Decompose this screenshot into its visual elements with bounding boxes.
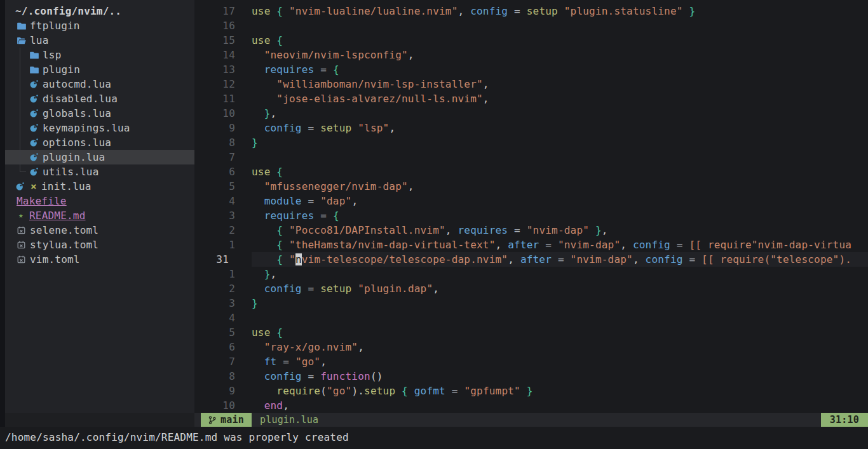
code-line-text: use { <box>252 325 868 340</box>
code-token: , <box>389 122 395 134</box>
toml-icon <box>17 255 26 264</box>
statusline-spacer <box>318 413 821 427</box>
tree-item-utils-lua[interactable]: utils.lua <box>5 164 194 179</box>
line-number: 10 <box>194 398 252 413</box>
code-token <box>289 356 295 368</box>
code-token: requires <box>458 224 508 236</box>
tree-item-disabled-lua[interactable]: disabled.lua <box>5 91 194 106</box>
code-line[interactable]: 8} <box>194 135 868 150</box>
code-line-text: "mfussenegger/nvim-dap", <box>252 179 868 194</box>
x-marker-icon: × <box>30 179 37 194</box>
code-line[interactable]: 17use { "nvim-lualine/lualine.nvim", con… <box>194 4 868 18</box>
line-number: 12 <box>194 77 252 91</box>
line-number: 17 <box>194 4 252 18</box>
tree-item-globals-lua[interactable]: globals.lua <box>5 106 194 121</box>
code-token <box>314 283 320 295</box>
tree-root-path[interactable]: ~/.config/nvim/.. <box>5 4 194 18</box>
tree-item-label: plugin.lua <box>43 150 105 164</box>
code-token <box>283 5 289 17</box>
code-line[interactable]: 10 end, <box>194 398 868 413</box>
folder-icon <box>29 51 39 59</box>
code-token <box>564 253 571 265</box>
code-line[interactable]: 10 }, <box>194 106 868 121</box>
tree-item-label: selene.toml <box>30 223 98 238</box>
code-line[interactable]: 9 require("go").setup { gofmt = "gpfumpt… <box>194 384 868 398</box>
tree-item-init-lua[interactable]: ×init.lua <box>5 179 194 194</box>
code-token: ( <box>320 385 327 397</box>
code-line[interactable]: 5use { <box>194 325 868 340</box>
code-token <box>252 268 264 280</box>
code-token: [[ require"nvim-dap-virtua <box>689 239 851 251</box>
code-line[interactable]: 3} <box>194 296 868 311</box>
code-token <box>683 5 689 17</box>
tree-statusline <box>5 413 194 427</box>
code-token <box>670 239 677 251</box>
tree-item-plugin-lua[interactable]: plugin.lua <box>5 150 194 164</box>
code-token: , <box>602 224 608 236</box>
code-line[interactable]: 31 { "nvim-telescope/telescope-dap.nvim"… <box>194 252 868 267</box>
code-line[interactable]: 16 <box>194 18 868 33</box>
tree-item-label: disabled.lua <box>43 91 118 106</box>
code-token: , <box>445 224 458 236</box>
tree-item-lsp[interactable]: lsp <box>5 48 194 62</box>
code-line[interactable]: 7 <box>194 150 868 164</box>
tree-item-autocmd-lua[interactable]: autocmd.lua <box>5 77 194 91</box>
code-line[interactable]: 12 "williamboman/nvim-lsp-installer", <box>194 77 868 91</box>
lua-icon <box>29 95 39 103</box>
code-token: () <box>370 370 383 382</box>
code-token <box>589 224 595 236</box>
lua-icon <box>29 138 39 147</box>
line-number: 4 <box>194 194 252 208</box>
code-line[interactable]: 11 "jose-elias-alvarez/null-ls.nvim", <box>194 91 868 106</box>
git-branch-badge: main <box>201 413 252 427</box>
editor-pane[interactable]: 17use { "nvim-lualine/lualine.nvim", con… <box>194 0 868 413</box>
code-line[interactable]: 1 { "theHamsta/nvim-dap-virtual-text", a… <box>194 238 868 252</box>
code-line[interactable]: 6use { <box>194 164 868 179</box>
code-line[interactable]: 8 config = function() <box>194 369 868 384</box>
lua-icon <box>29 80 39 88</box>
tree-item-keymapings-lua[interactable]: keymapings.lua <box>5 121 194 135</box>
code-token: = <box>320 210 327 222</box>
code-token <box>695 253 702 265</box>
code-line[interactable]: 2 { "Pocco81/DAPInstall.nvim", requires … <box>194 223 868 238</box>
tree-item-stylua-toml[interactable]: stylua.toml <box>5 238 194 252</box>
code-token: "gpfumpt" <box>464 385 520 397</box>
code-token <box>395 385 402 397</box>
code-line[interactable]: 1 }, <box>194 267 868 281</box>
tree-item-ftplugin[interactable]: ftplugin <box>5 18 194 33</box>
tree-item-lua[interactable]: lua <box>5 33 194 48</box>
tree-item-label: Makefile <box>17 194 67 208</box>
tree-item-plugin[interactable]: plugin <box>5 62 194 77</box>
code-line[interactable]: 14 "neovim/nvim-lspconfig", <box>194 48 868 62</box>
code-line[interactable]: 13 requires = { <box>194 62 868 77</box>
code-token: "go" <box>327 385 351 397</box>
code-line[interactable]: 7 ft = "go", <box>194 354 868 369</box>
code-line[interactable]: 15use { <box>194 33 868 48</box>
code-token <box>302 195 308 207</box>
tree-item-readme-md[interactable]: ★README.md <box>5 208 194 223</box>
code-line[interactable]: 9 config = setup "lsp", <box>194 121 868 135</box>
git-branch-name: main <box>220 413 244 427</box>
line-number: 1 <box>194 267 252 281</box>
code-token: , <box>351 195 358 207</box>
code-token <box>314 122 320 134</box>
code-line[interactable]: 6 "ray-x/go.nvim", <box>194 340 868 354</box>
code-line[interactable]: 3 requires = { <box>194 208 868 223</box>
tree-item-selene-toml[interactable]: selene.toml <box>5 223 194 238</box>
code-token <box>252 399 264 412</box>
tree-item-vim-toml[interactable]: vim.toml <box>5 252 194 267</box>
code-line[interactable]: 5 "mfussenegger/nvim-dap", <box>194 179 868 194</box>
code-token <box>558 5 564 17</box>
tree-item-options-lua[interactable]: options.lua <box>5 135 194 150</box>
code-line-text: { "nvim-telescope/telescope-dap.nvim", a… <box>252 252 868 267</box>
tree-item-makefile[interactable]: Makefile <box>5 194 194 208</box>
code-token: setup <box>320 122 351 134</box>
code-token: } <box>264 107 271 119</box>
code-token: } <box>264 268 271 280</box>
code-line[interactable]: 2 config = setup "plugin.dap", <box>194 281 868 296</box>
code-token: "Pocco81/DAPInstall.nvim" <box>289 224 445 236</box>
window-edge <box>0 0 5 427</box>
code-line[interactable]: 4 module = "dap", <box>194 194 868 208</box>
code-line[interactable]: 4 <box>194 311 868 325</box>
code-token: end <box>264 399 283 412</box>
